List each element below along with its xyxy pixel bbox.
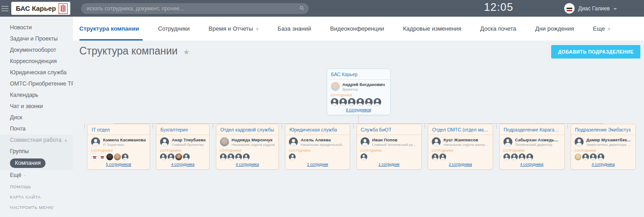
employee-avatar[interactable]: [361, 154, 367, 160]
leader-avatar[interactable]: [160, 137, 169, 146]
employee-avatar[interactable]: [228, 154, 234, 160]
leader-avatar[interactable]: [575, 137, 584, 146]
sidebar-footer-item[interactable]: КАРТА САЙТА: [10, 192, 73, 202]
leader-avatar[interactable]: [432, 137, 441, 146]
leader-name[interactable]: Иван Попов: [372, 137, 418, 142]
employee-avatar[interactable]: [235, 154, 242, 160]
employee-count-link[interactable]: 6 сотрудников: [331, 108, 387, 112]
leader-avatar[interactable]: [220, 137, 229, 146]
employee-count-link[interactable]: 1 сотрудник: [289, 162, 346, 167]
employee-avatar[interactable]: [106, 154, 113, 160]
employee-count-link[interactable]: 4 сотрудника: [220, 162, 275, 167]
employee-avatar[interactable]: [439, 154, 446, 160]
tab-доска-почета[interactable]: Доска почета: [470, 17, 525, 41]
department-name[interactable]: Отдел кадровой службы: [216, 124, 279, 135]
hamburger-menu-icon[interactable]: [1, 6, 9, 11]
employee-avatar[interactable]: [348, 98, 356, 106]
employee-count-link[interactable]: 4 сотрудника: [160, 162, 206, 167]
department-name[interactable]: БАС Карьер: [327, 69, 390, 80]
sidebar-footer-item[interactable]: НАСТРОИТЬ МЕНЮ: [10, 202, 73, 212]
leader-name[interactable]: Сабырхан Ахмедьянов: [515, 137, 561, 142]
employee-avatar[interactable]: [220, 154, 227, 160]
sidebar-footer-item[interactable]: ПОМОЩЬ: [10, 181, 73, 192]
employee-avatar[interactable]: [339, 98, 347, 106]
leader-avatar[interactable]: [361, 137, 370, 146]
employee-avatar[interactable]: [168, 154, 174, 160]
sidebar-item-документооборот[interactable]: Документооборот: [0, 45, 73, 56]
sidebar-item-задачи-и-проекты[interactable]: Задачи и Проекты: [0, 33, 73, 45]
employee-avatar[interactable]: [511, 154, 518, 160]
leader-avatar[interactable]: [503, 137, 512, 146]
tab-дни-рождения[interactable]: Дни рождения: [526, 17, 584, 41]
sidebar-item-омтс-приобретение-тру[interactable]: ОМТС-Приобретение ТРУ: [0, 78, 73, 90]
employee-avatar[interactable]: [598, 154, 604, 160]
employee-count-link[interactable]: 2 сотрудника: [432, 162, 489, 167]
leader-name[interactable]: Асель Алиева: [301, 137, 346, 142]
sidebar-item-календарь[interactable]: Календарь: [0, 90, 73, 101]
tab-структура-компании[interactable]: Структура компании: [79, 17, 148, 41]
employee-avatar[interactable]: [289, 154, 296, 160]
sidebar-item-совместная-работа[interactable]: Совместная работа: [0, 135, 73, 146]
sidebar-item-новости[interactable]: Новости: [0, 22, 73, 33]
search-icon[interactable]: [300, 6, 303, 9]
tab-видеоконференции[interactable]: Видеоконференции: [320, 17, 393, 41]
sidebar-item-почта[interactable]: Почта: [0, 123, 73, 135]
sidebar-item-диск[interactable]: Диск: [0, 112, 73, 123]
company-logo[interactable]: БАС Карьер: [11, 2, 70, 15]
tab-еще[interactable]: Еще: [584, 17, 620, 41]
employee-avatar[interactable]: [331, 98, 338, 106]
leader-avatar[interactable]: [91, 137, 100, 146]
leader-avatar[interactable]: [331, 82, 340, 91]
employee-count-link[interactable]: 5 сотрудников: [91, 162, 146, 167]
employee-count-link[interactable]: 4 сотрудника: [503, 162, 561, 167]
department-name[interactable]: Подразделение Караганда: [500, 124, 564, 135]
leader-name[interactable]: Надежда Мирончук: [232, 137, 275, 142]
employee-avatar[interactable]: [243, 154, 250, 160]
employee-avatar[interactable]: [503, 154, 510, 160]
employee-avatar[interactable]: [432, 154, 438, 160]
leader-avatar[interactable]: [289, 137, 298, 146]
tab-сотрудники[interactable]: Сотрудники: [148, 17, 199, 41]
sidebar-item-ещё[interactable]: Ещё: [0, 170, 73, 181]
employee-avatar[interactable]: [91, 154, 98, 160]
employee-avatar[interactable]: [175, 154, 182, 160]
sidebar-item-группы[interactable]: Группы: [0, 146, 73, 157]
leader-name[interactable]: Анар Тлеубаева: [172, 137, 206, 142]
leader-name[interactable]: Куат Жанпеисов: [443, 137, 489, 142]
employee-avatar[interactable]: [526, 154, 533, 160]
department-name[interactable]: Юридическая служба: [285, 124, 350, 135]
employee-avatar[interactable]: [575, 154, 581, 160]
department-name[interactable]: Служба БиОТ: [357, 124, 421, 135]
sidebar-item-корреспонденция[interactable]: Корреспонденция: [0, 56, 73, 67]
tab-база-знаний[interactable]: База знаний: [268, 17, 321, 41]
department-name[interactable]: Подразеление Экибастуз: [571, 124, 635, 135]
employee-avatar[interactable]: [160, 154, 167, 160]
employee-count-link[interactable]: 4 сотрудника: [575, 162, 632, 167]
search-input[interactable]: [81, 3, 309, 14]
sidebar-item-чат-и-звонки[interactable]: Чат и звонки: [0, 101, 73, 112]
leader-name[interactable]: Камила Касиманова: [103, 137, 146, 142]
employee-avatar[interactable]: [582, 154, 589, 160]
leader-name[interactable]: Андрей Богданович: [343, 82, 385, 87]
department-name[interactable]: IT отдел: [87, 124, 149, 135]
employee-avatar[interactable]: [183, 154, 190, 160]
sidebar-item-компания[interactable]: Компания: [0, 157, 73, 170]
department-name[interactable]: Отдел ОМТС (отдел материал...: [428, 124, 493, 135]
sidebar-item-юридическая-служба[interactable]: Юридическая служба: [0, 67, 73, 78]
employee-count-link[interactable]: 1 сотрудник: [361, 162, 418, 167]
leader-name[interactable]: Дамир Мухаметбеков: [586, 137, 632, 142]
employee-avatar[interactable]: [590, 154, 597, 160]
add-department-button[interactable]: ДОБАВИТЬ ПОДРАЗДЕЛЕНИЕ: [551, 45, 640, 59]
department-name[interactable]: Бухгалтерия: [156, 124, 209, 135]
user-menu[interactable]: Диас Галиев: [564, 3, 617, 14]
employee-avatar[interactable]: [356, 98, 364, 106]
employee-avatar[interactable]: [114, 154, 121, 160]
employee-avatar[interactable]: [365, 98, 373, 106]
employee-avatar[interactable]: [374, 98, 381, 106]
employee-avatar[interactable]: [99, 154, 105, 160]
employee-avatar[interactable]: [519, 154, 525, 160]
tab-время-и-отчеты[interactable]: Время и Отчеты: [199, 17, 268, 41]
tab-кадровые-изменения[interactable]: Кадровые изменения: [393, 17, 470, 41]
favorite-star-icon[interactable]: ★: [183, 48, 190, 56]
employee-avatar[interactable]: [122, 154, 128, 160]
